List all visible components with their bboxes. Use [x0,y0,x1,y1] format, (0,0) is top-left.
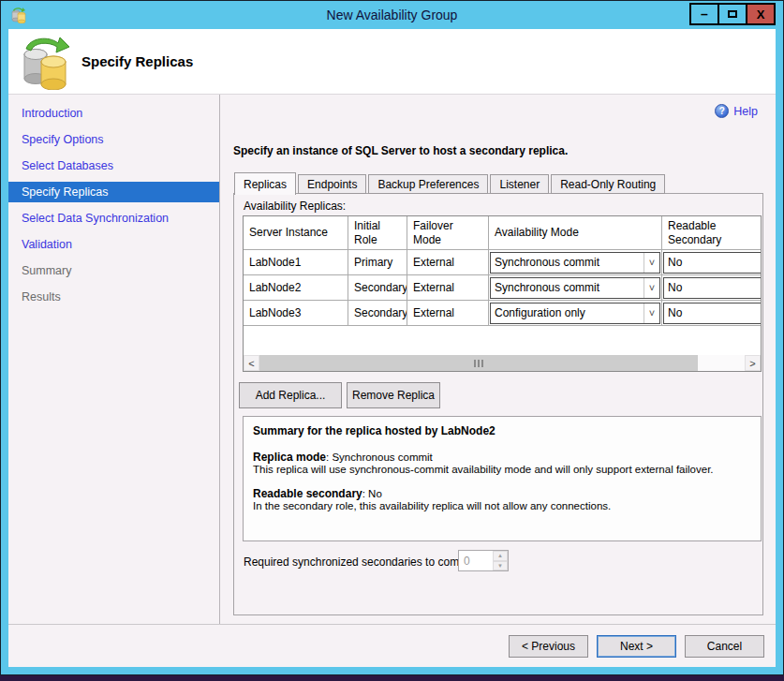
titlebar[interactable]: New Availability Group – X [1,1,783,29]
chevron-down-icon[interactable]: ˅ [643,253,659,273]
dialog-body: Specify Replicas Introduction Specify Op… [8,29,776,667]
stepper-arrows: ▲ ▼ [493,551,508,570]
window-title: New Availability Group [1,1,783,29]
maximize-icon [728,10,737,18]
new-availability-group-dialog: New Availability Group – X Specify Repli… [0,0,784,675]
column-header-availability-mode[interactable]: Availability Mode [489,216,662,250]
readable-secondary-cell: No [662,250,761,275]
window-controls: – X [691,3,776,25]
failover-mode-cell: External [407,275,489,301]
availability-replicas-label: Availability Replicas: [244,200,346,213]
step-summary: Summary [8,258,219,284]
initial-role-cell: Secondary [348,275,407,301]
minimize-icon: – [701,10,708,18]
replica-mode-description: This replica will use synchronous-commit… [253,464,751,475]
readable-secondary-dropdown[interactable]: No [663,277,761,299]
column-header-initial-role[interactable]: Initial Role [348,216,407,250]
wizard-page-content: ? Help Specify an instance of SQL Server… [221,95,776,624]
availability-mode-dropdown[interactable]: Synchronous commit ˅ [490,252,660,274]
maximize-button[interactable] [717,3,747,25]
wizard-footer: < Previous Next > Cancel [8,624,776,667]
step-specify-replicas[interactable]: Specify Replicas [8,182,219,202]
stepper-value[interactable]: 0 [459,551,493,570]
server-instance-cell[interactable]: LabNode2 [244,275,348,301]
chevron-down-icon[interactable]: ˅ [643,278,659,298]
scrollbar-track[interactable] [698,355,745,371]
server-instance-cell[interactable]: LabNode3 [244,301,348,326]
column-header-failover-mode[interactable]: Failover Mode [407,216,489,250]
help-label: Help [733,105,758,118]
step-select-databases[interactable]: Select Databases [8,153,219,179]
replica-summary-box: Summary for the replica hosted by LabNod… [243,416,762,541]
horizontal-scrollbar[interactable]: < > [244,355,761,371]
summary-title: Summary for the replica hosted by LabNod… [253,424,751,437]
next-button[interactable]: Next > [597,635,676,658]
close-icon: X [757,7,765,22]
scrollbar-grip-icon [474,360,483,367]
failover-mode-cell: External [407,250,489,275]
required-secondaries-label: Required synchronized secondaries to com… [244,555,474,569]
step-results: Results [8,284,219,310]
step-specify-options[interactable]: Specify Options [8,126,219,153]
help-link[interactable]: ? Help [715,104,758,118]
server-instance-cell[interactable]: LabNode1 [244,250,348,275]
availability-mode-dropdown[interactable]: Configuration only ˅ [490,303,660,324]
cancel-button[interactable]: Cancel [685,635,764,658]
close-button[interactable]: X [746,3,776,25]
grid-header-row: Server Instance Initial Role Failover Mo… [244,216,761,250]
previous-button[interactable]: < Previous [509,635,588,658]
required-secondaries-stepper[interactable]: 0 ▲ ▼ [458,550,509,571]
replica-row-labnode1[interactable]: LabNode1 Primary External Synchronous co… [244,250,761,275]
tab-backup-preferences[interactable]: Backup Preferences [368,174,488,194]
tab-listener[interactable]: Listener [490,174,549,194]
availability-mode-cell: Synchronous commit ˅ [489,250,662,275]
readable-secondary-cell: No [662,275,761,301]
replica-mode-line: Replica mode: Synchronous commit [253,451,751,464]
stepper-up-icon[interactable]: ▲ [493,551,508,561]
scroll-right-icon[interactable]: > [745,355,761,371]
stepper-down-icon[interactable]: ▼ [493,561,508,571]
page-instruction: Specify an instance of SQL Server to hos… [233,144,568,157]
wizard-steps-sidebar: Introduction Specify Options Select Data… [8,95,220,667]
step-select-data-synchronization[interactable]: Select Data Synchronization [8,205,219,231]
failover-mode-cell: External [407,301,489,326]
replicas-tab-panel: Availability Replicas: Server Instance I… [233,193,763,615]
readable-secondary-dropdown[interactable]: No [663,252,761,274]
page-title: Specify Replicas [81,53,193,69]
grid-empty-area [244,326,761,355]
readable-secondary-description: In the secondary role, this availability… [253,500,751,511]
replica-row-labnode3[interactable]: LabNode3 Secondary External Configuratio… [244,301,761,326]
initial-role-cell: Primary [348,250,407,275]
column-header-readable-secondary[interactable]: Readable Secondary [662,216,761,250]
tab-endpoints[interactable]: Endpoints [298,174,366,194]
help-icon: ? [715,104,729,118]
add-replica-button[interactable]: Add Replica... [239,382,342,408]
availability-mode-dropdown[interactable]: Synchronous commit ˅ [490,277,660,299]
availability-replicas-grid: Server Instance Initial Role Failover Mo… [243,215,762,372]
column-header-server-instance[interactable]: Server Instance [244,216,348,250]
scrollbar-thumb[interactable] [259,355,698,371]
initial-role-cell: Secondary [348,301,407,326]
readable-secondary-dropdown[interactable]: No [663,303,761,324]
remove-replica-button[interactable]: Remove Replica [347,382,440,408]
chevron-down-icon[interactable]: ˅ [643,303,659,323]
scroll-left-icon[interactable]: < [244,355,259,371]
wizard-header: Specify Replicas [8,29,776,95]
step-introduction[interactable]: Introduction [8,100,219,126]
tab-read-only-routing[interactable]: Read-Only Routing [551,174,665,194]
tab-strip: Replicas Endpoints Backup Preferences Li… [234,171,667,194]
minimize-button[interactable]: – [689,3,719,25]
step-validation[interactable]: Validation [8,231,219,258]
replicas-database-icon [19,34,73,90]
tab-replicas[interactable]: Replicas [234,172,296,195]
availability-mode-cell: Configuration only ˅ [489,301,662,326]
availability-mode-cell: Synchronous commit ˅ [489,275,662,301]
replica-row-labnode2[interactable]: LabNode2 Secondary External Synchronous … [244,275,761,301]
readable-secondary-cell: No [662,301,761,326]
readable-secondary-line: Readable secondary: No [253,487,751,500]
